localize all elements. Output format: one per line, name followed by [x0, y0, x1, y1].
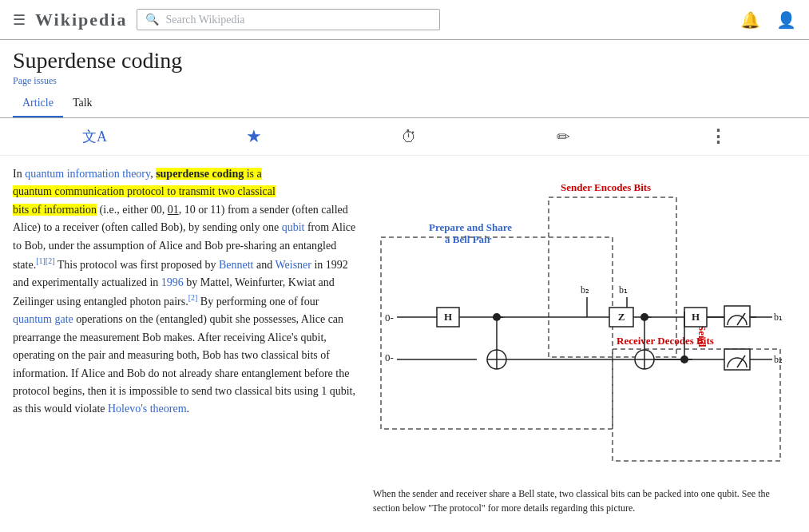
article-text: In quantum information theory, superdens…: [13, 165, 360, 515]
history-icon[interactable]: ⏱: [385, 125, 433, 149]
svg-marker-43: [497, 316, 505, 319]
b2-label-top: b₂: [581, 284, 589, 296]
page-title: Superdense coding: [13, 48, 796, 73]
bookmark-icon[interactable]: ★: [230, 123, 278, 150]
highlight-text: quantum communication protocol to transm…: [13, 185, 276, 197]
input-bot: 0-: [385, 351, 394, 363]
circuit-diagram: Prepare and Share a Bell Pair Sender Enc…: [373, 165, 788, 477]
tabs: Article Talk: [0, 90, 809, 118]
notification-icon[interactable]: 🔔: [740, 10, 760, 30]
holevo-link[interactable]: Holevo's theorem: [108, 403, 187, 415]
toolbar: 文A ★ ⏱ ✏ ⋮: [0, 118, 809, 156]
diagram-container: Prepare and Share a Bell Pair Sender Enc…: [373, 165, 796, 515]
b1-label-top: b₁: [619, 284, 628, 296]
b2-out: b₂: [774, 354, 783, 365]
hamburger-icon[interactable]: ☰: [13, 11, 26, 29]
logo-text: Wikipedia: [35, 10, 127, 30]
highlight-term: superdense coding is a: [156, 168, 262, 180]
input-top: 0-: [385, 312, 394, 324]
header-right: 🔔 👤: [740, 10, 796, 30]
header-left: ☰ Wikipedia: [13, 10, 127, 30]
svg-text:H: H: [444, 311, 452, 323]
qubit-link[interactable]: qubit: [282, 221, 305, 233]
content: In quantum information theory, superdens…: [0, 156, 809, 525]
svg-marker-44: [644, 316, 652, 319]
bennett-link[interactable]: Bennett: [219, 259, 254, 271]
prepare-label2: a Bell Pair: [445, 233, 492, 245]
svg-point-37: [680, 355, 688, 363]
header: ☰ Wikipedia 🔍 🔔 👤: [0, 0, 809, 40]
page-header: Superdense coding Page issues: [0, 40, 809, 87]
more-icon[interactable]: ⋮: [693, 123, 743, 150]
weisner-link[interactable]: Weisner: [275, 259, 311, 271]
search-icon: 🔍: [145, 13, 159, 26]
search-input[interactable]: [165, 14, 431, 26]
1996-link[interactable]: 1996: [161, 276, 184, 288]
diagram-caption: When the sender and receiver share a Bel…: [373, 486, 796, 515]
svg-text:Z: Z: [618, 311, 625, 323]
tab-talk[interactable]: Talk: [63, 90, 102, 117]
highlight-text2: bits of information: [13, 204, 97, 216]
b1-out: b₁: [774, 312, 783, 323]
search-bar[interactable]: 🔍: [137, 9, 440, 30]
tab-article[interactable]: Article: [13, 90, 63, 117]
quantum-gate-link[interactable]: quantum gate: [13, 313, 73, 325]
prepare-label: Prepare and Share: [429, 221, 512, 233]
edit-icon[interactable]: ✏: [541, 124, 586, 149]
quantum-info-link[interactable]: quantum information theory: [25, 168, 150, 180]
language-icon[interactable]: 文A: [66, 124, 123, 149]
page-issues[interactable]: Page issues: [13, 75, 796, 87]
send-label: Send: [696, 325, 708, 347]
wikipedia-logo[interactable]: Wikipedia: [35, 10, 127, 30]
user-icon[interactable]: 👤: [776, 10, 796, 30]
intro-paragraph: In quantum information theory, superdens…: [13, 165, 360, 419]
sender-label: Sender Encodes Bits: [561, 181, 651, 193]
svg-text:H: H: [692, 311, 700, 323]
